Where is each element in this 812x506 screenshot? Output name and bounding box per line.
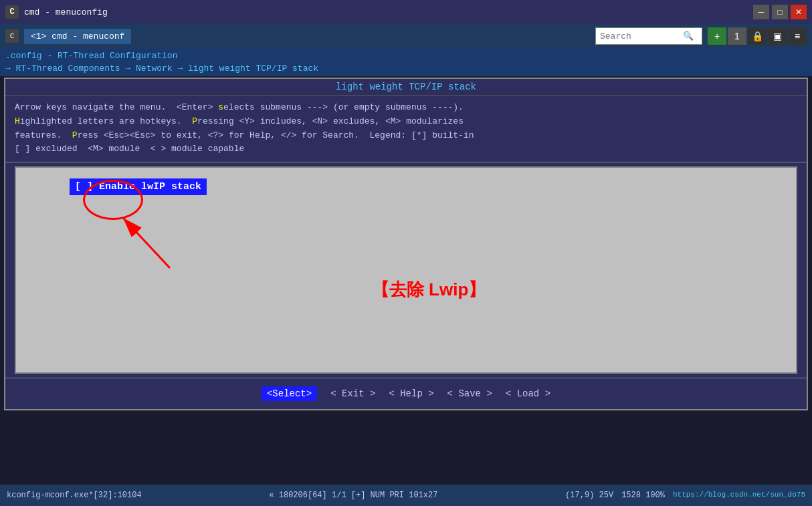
title-bar: C cmd - menuconfig ─ □ ✕: [0, 0, 812, 24]
breadcrumb-path: → RT-Thread Components → Network → light…: [0, 64, 812, 76]
annotation-arrow: [103, 208, 183, 275]
menu-panel: [ ] Enable lwIP stack 【去除 Lwip】: [15, 166, 797, 374]
menu-item-row[interactable]: [ ] Enable lwIP stack: [16, 174, 796, 199]
app-icon: C: [5, 5, 19, 19]
help-button[interactable]: < Help >: [389, 388, 433, 399]
status-size: 1528 100%: [621, 491, 665, 500]
add-tab-button[interactable]: +: [708, 27, 726, 45]
load-button[interactable]: < Load >: [506, 388, 550, 399]
inner-window-title: light weight TCP/IP stack: [5, 79, 807, 96]
search-input[interactable]: [600, 31, 680, 41]
tab-bar: C <1> cmd - menuconf 🔍 + 1 🔒 ▣ ≡: [0, 24, 812, 48]
status-position: (17,9) 25V: [565, 491, 613, 500]
annotation-text: 【去除 Lwip】: [372, 278, 486, 301]
exit-button[interactable]: < Exit >: [330, 388, 375, 399]
status-bar: kconfig-mconf.exe*[32]:10104 « 180206[64…: [0, 485, 812, 506]
help-text: Arrow keys navigate the menu. <Enter> se…: [5, 96, 807, 162]
save-button[interactable]: < Save >: [447, 388, 492, 399]
tab-actions: + 1 🔒 ▣ ≡: [708, 27, 807, 45]
svg-line-1: [123, 218, 170, 268]
menuconfig-window: light weight TCP/IP stack Arrow keys nav…: [4, 78, 808, 410]
status-url: https://blog.csdn.net/sun_do75: [673, 491, 805, 500]
select-button[interactable]: <Select>: [262, 386, 317, 401]
status-info: « 180206[64] 1/1 [+] NUM PRI 101x27: [269, 491, 437, 500]
page-button[interactable]: 1: [728, 27, 746, 45]
breadcrumb-primary: .config - RT-Thread Configuration: [0, 48, 812, 64]
active-tab[interactable]: <1> cmd - menuconf: [24, 29, 131, 44]
minimize-button[interactable]: ─: [753, 5, 769, 19]
lock-button[interactable]: 🔒: [748, 27, 767, 45]
split-button[interactable]: ▣: [768, 27, 787, 45]
search-icon: 🔍: [683, 31, 694, 41]
search-box[interactable]: 🔍: [595, 27, 702, 45]
close-button[interactable]: ✕: [791, 5, 807, 19]
bottom-bar: <Select> < Exit > < Help > < Save > < Lo…: [5, 378, 807, 409]
status-process: kconfig-mconf.exe*[32]:10104: [7, 491, 142, 500]
menu-item-enable-lwip[interactable]: [ ] Enable lwIP stack: [70, 178, 207, 195]
tab-icon: C: [5, 29, 19, 43]
window-title: cmd - menuconfig: [24, 7, 748, 17]
window-controls: ─ □ ✕: [753, 5, 807, 19]
menu-button[interactable]: ≡: [788, 27, 807, 45]
maximize-button[interactable]: □: [772, 5, 788, 19]
